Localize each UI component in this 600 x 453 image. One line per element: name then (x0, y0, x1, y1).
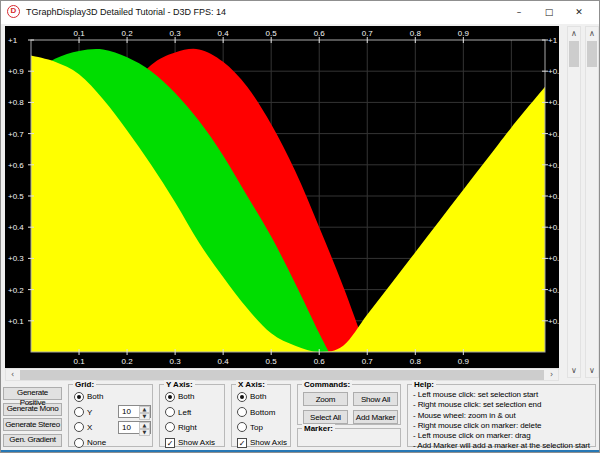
gen-gradient-button[interactable]: Gen. Gradient (3, 434, 62, 447)
radio-option-none[interactable]: None (74, 435, 152, 450)
maximize-button[interactable]: □ (534, 0, 564, 24)
help-line: - Left mouse click: set selection start (413, 390, 595, 400)
horizontal-scrollbar-thumb[interactable] (20, 370, 544, 380)
x-tick-label-bottom: 0.3 (170, 357, 182, 366)
scroll-up-icon[interactable]: ∧ (586, 27, 598, 40)
vertical-scrollbar-1[interactable]: ∧ ∨ (567, 26, 581, 378)
y-tick-label-left: +0.1 (8, 317, 24, 326)
x-tick-label-bottom: 0.6 (314, 357, 326, 366)
y-tick-label-right: +0.2 (548, 286, 559, 295)
command-buttons: ZoomShow AllSelect AllAdd Marker (303, 392, 398, 424)
y-tick-label-right: +0.6 (548, 161, 559, 170)
spinbox-buttons: ▲▼ (139, 422, 150, 433)
radio-icon[interactable] (74, 438, 84, 448)
radio-option-right[interactable]: Right (165, 420, 224, 435)
radio-icon[interactable] (74, 392, 84, 402)
radio-label: Both (250, 392, 266, 401)
graph-display-area[interactable]: 0.10.10.20.20.30.30.40.40.50.50.60.60.70… (5, 26, 559, 368)
help-line: - Right mouse click: set selection end (413, 400, 595, 410)
radio-label: Bottom (250, 408, 275, 417)
generate-stereo-button[interactable]: Generate Stereo (3, 418, 62, 431)
radio-label: Y (87, 408, 92, 417)
checkbox-icon[interactable]: ✓ (237, 438, 247, 448)
zoom-button[interactable]: Zoom (303, 392, 348, 406)
y-axis-options: BothLeftRight✓Show Axis (160, 385, 224, 451)
y-tick-label-left: +0.8 (8, 98, 24, 107)
add-marker-button[interactable]: Add Marker (353, 410, 398, 424)
radio-icon[interactable] (237, 422, 247, 432)
x-axis-options: BothBottomTop✓Show Axis (232, 385, 290, 451)
radio-option-bottom[interactable]: Bottom (237, 404, 290, 419)
x-tick-label-bottom: 0.5 (266, 357, 278, 366)
checkbox-label: Show Axis (178, 438, 215, 447)
checkbox-show-axis[interactable]: ✓Show Axis (237, 435, 290, 450)
x-tick-label-bottom: 0.4 (218, 357, 230, 366)
scroll-down-icon[interactable]: ∨ (568, 364, 580, 377)
spin-up-icon[interactable]: ▲ (139, 422, 150, 429)
vertical-scrollbar-2[interactable]: ∧ ∨ (585, 26, 599, 378)
radio-icon[interactable] (165, 422, 175, 432)
generate-positive-button[interactable]: Generate Positive (3, 387, 62, 400)
x-tick-label-top: 0.5 (266, 29, 278, 38)
minimize-button[interactable]: – (504, 0, 534, 24)
vertical-scrollbar-2-thumb[interactable] (587, 41, 597, 67)
scroll-up-icon[interactable]: ∧ (568, 27, 580, 40)
marker-group-label: Marker: (302, 424, 335, 433)
radio-icon[interactable] (237, 407, 247, 417)
radio-icon[interactable] (74, 407, 84, 417)
x-tick-label-top: 0.2 (122, 29, 134, 38)
commands-group-label: Commands: (302, 380, 352, 389)
checkbox-label: Show Axis (250, 438, 287, 447)
spinbox-buttons: ▲▼ (139, 406, 150, 417)
checkbox-icon[interactable]: ✓ (165, 438, 175, 448)
x-tick-label-top: 0.6 (314, 29, 326, 38)
close-button[interactable]: ✕ (564, 0, 594, 24)
radio-option-both[interactable]: Both (74, 389, 152, 404)
radio-icon[interactable] (165, 407, 175, 417)
y-tick-label-left: +0.2 (8, 286, 24, 295)
radio-icon[interactable] (74, 422, 84, 432)
radio-option-both[interactable]: Both (237, 389, 290, 404)
scroll-left-icon[interactable]: ‹ (6, 369, 19, 380)
radio-label: Right (178, 423, 197, 432)
y-tick-label-left: +1 (8, 36, 18, 45)
radio-label: X (87, 423, 92, 432)
x-tick-label-top: 0.4 (218, 29, 230, 38)
vertical-scrollbar-1-thumb[interactable] (569, 41, 579, 67)
y-tick-label-left: +0.6 (8, 161, 24, 170)
help-line: - Mouse wheel: zoom in & out (413, 411, 595, 421)
spinbox[interactable]: 10▲▼ (118, 405, 151, 418)
x-tick-label-top: 0.3 (170, 29, 182, 38)
y-tick-label-right: +0.8 (548, 98, 559, 107)
radio-option-both[interactable]: Both (165, 389, 224, 404)
show-all-button[interactable]: Show All (353, 392, 398, 406)
x-tick-label-top: 0.1 (73, 29, 85, 38)
radio-option-y[interactable]: Y10▲▼ (74, 404, 152, 419)
radio-icon[interactable] (237, 392, 247, 402)
marker-group: Marker: (297, 428, 401, 447)
checkbox-show-axis[interactable]: ✓Show Axis (165, 435, 224, 450)
help-group-label: Help: (412, 380, 436, 389)
spinbox[interactable]: 10▲▼ (118, 421, 151, 434)
radio-label: Both (87, 392, 103, 401)
scroll-down-icon[interactable]: ∨ (586, 364, 598, 377)
help-text: - Left mouse click: set selection start-… (408, 385, 595, 452)
spin-up-icon[interactable]: ▲ (139, 406, 150, 413)
y-tick-label-right: +0.1 (548, 317, 559, 326)
y-tick-label-left: +0.4 (8, 223, 24, 232)
scroll-right-icon[interactable]: › (545, 369, 558, 380)
radio-label: Both (178, 392, 194, 401)
y-tick-label-left: +0.7 (8, 130, 24, 139)
generate-mono-button[interactable]: Generate Mono (3, 403, 62, 416)
x-tick-label-top: 0.8 (410, 29, 422, 38)
y-tick-label-right: +0.7 (548, 130, 559, 139)
window-title: TGraphDisplay3D Detailed Tutorial - D3D … (26, 7, 226, 17)
app-icon: D (7, 5, 20, 18)
radio-option-x[interactable]: X10▲▼ (74, 420, 152, 435)
y-axis-group-label: Y Axis: (164, 380, 195, 389)
radio-option-left[interactable]: Left (165, 404, 224, 419)
y-axis-group: Y Axis: BothLeftRight✓Show Axis (159, 384, 225, 447)
radio-option-top[interactable]: Top (237, 420, 290, 435)
select-all-button[interactable]: Select All (303, 410, 348, 424)
radio-icon[interactable] (165, 392, 175, 402)
